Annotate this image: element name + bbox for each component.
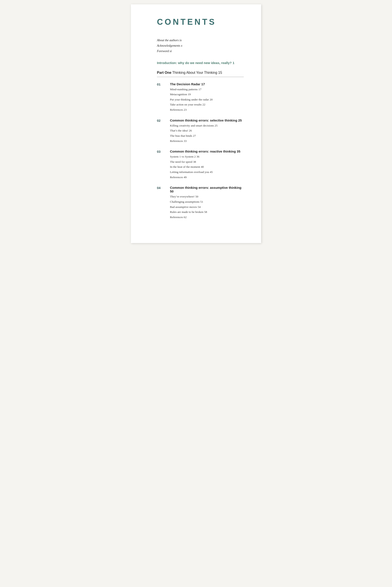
intro-title: Introduction: why do we need new ideas, … [157, 61, 244, 65]
chapter-item: The bias that binds 27 [170, 133, 244, 138]
chapter-item: References 23 [170, 107, 244, 112]
front-matter-authors: About the authors ix [157, 37, 244, 43]
chapter-01: 01The Decision Radar 17Mind-numbing patt… [157, 82, 244, 112]
chapter-item: References 33 [170, 138, 244, 144]
chapter-number-03: 03 [157, 149, 170, 153]
front-matter-foreword: Foreword xi [157, 48, 244, 54]
chapter-title-01: The Decision Radar 17 [170, 82, 244, 86]
chapter-content-01: The Decision Radar 17Mind-numbing patter… [170, 82, 244, 112]
chapter-number-04: 04 [157, 186, 170, 190]
chapter-03: 03Common thinking errors: reactive think… [157, 149, 244, 180]
chapter-item: In the heat of the moment 40 [170, 164, 244, 169]
chapter-item: Killing creativity and smart decisions 2… [170, 123, 244, 128]
chapter-item: Bad assumptive moves 54 [170, 204, 244, 210]
front-matter-acknowledgements: Acknowledgements x [157, 43, 244, 48]
chapter-item: Put your thinking under the radar 20 [170, 97, 244, 102]
chapter-item: Take action on your results 22 [170, 102, 244, 107]
chapter-number-01: 01 [157, 82, 170, 86]
chapter-item: The need for speed 38 [170, 159, 244, 164]
part-one-title-line: Part One Thinking About Your Thinking 15 [157, 71, 244, 75]
chapter-item: Challenging assumptions 51 [170, 199, 244, 204]
chapter-item: References 49 [170, 175, 244, 180]
part-divider [157, 77, 244, 77]
chapter-item: Letting information overload you 45 [170, 169, 244, 175]
chapter-title-04: Common thinking errors: assumptive think… [170, 186, 244, 193]
chapter-item: Mind-numbing patterns 17 [170, 87, 244, 92]
intro-section: Introduction: why do we need new ideas, … [157, 61, 244, 65]
chapters-container: 01The Decision Radar 17Mind-numbing patt… [157, 82, 244, 220]
chapter-item: That’s the idea! 26 [170, 128, 244, 133]
chapter-item: System 1 vs System 2 36 [170, 154, 244, 159]
chapter-item: Rules are made to be broken 58 [170, 209, 244, 215]
part-one-header: Part One Thinking About Your Thinking 15 [157, 71, 244, 75]
page: CONTENTS About the authors ix Acknowledg… [131, 4, 261, 243]
front-matter-section: About the authors ix Acknowledgements x … [157, 37, 244, 54]
chapter-item: They’re everywhere! 50 [170, 194, 244, 199]
chapter-item: References 62 [170, 215, 244, 220]
chapter-title-02: Common thinking errors: selective thinki… [170, 118, 244, 122]
chapter-content-04: Common thinking errors: assumptive think… [170, 186, 244, 220]
chapter-content-02: Common thinking errors: selective thinki… [170, 118, 244, 144]
chapter-title-03: Common thinking errors: reactive thinkin… [170, 149, 244, 153]
page-title: CONTENTS [157, 17, 244, 27]
chapter-02: 02Common thinking errors: selective thin… [157, 118, 244, 144]
chapter-number-02: 02 [157, 118, 170, 122]
chapter-04: 04Common thinking errors: assumptive thi… [157, 186, 244, 220]
chapter-content-03: Common thinking errors: reactive thinkin… [170, 149, 244, 180]
chapter-item: Metacognition 19 [170, 92, 244, 97]
